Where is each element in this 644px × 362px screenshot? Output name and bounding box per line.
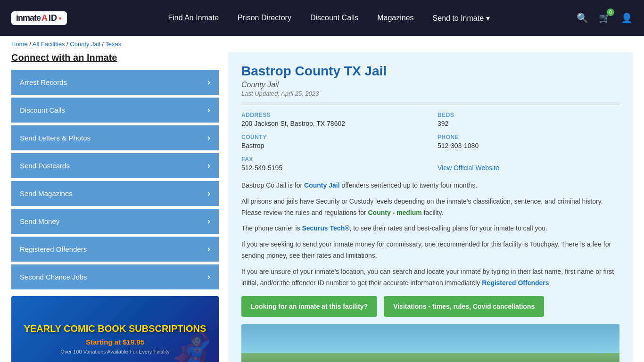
- view-official-website-link[interactable]: View Official Website: [438, 164, 499, 172]
- cart-icon[interactable]: 🛒 0: [599, 12, 611, 24]
- sidebar-btn-arrest-records[interactable]: Arrest Records ›: [11, 70, 219, 95]
- ad-banner[interactable]: Yearly Comic Book Subscriptions Starting…: [11, 296, 219, 362]
- cart-badge: 0: [607, 8, 614, 16]
- nav-prison-directory[interactable]: Prison Directory: [238, 14, 291, 23]
- phone-value: 512-303-1080: [438, 142, 619, 149]
- breadcrumb-all-facilities[interactable]: All Facilities: [33, 41, 65, 48]
- facility-detail: Bastrop County TX Jail County Jail Last …: [228, 52, 633, 362]
- nav-find-inmate[interactable]: Find An Inmate: [168, 14, 219, 23]
- description-1: Bastrop Co Jail is for County Jail offen…: [241, 180, 619, 191]
- description-2: All prisons and jails have Security or C…: [241, 196, 619, 219]
- header-actions: 🔍 🛒 0 👤: [577, 12, 633, 24]
- user-icon[interactable]: 👤: [621, 12, 633, 24]
- arrow-icon: ›: [207, 244, 210, 254]
- logo[interactable]: inmate A ID ★: [11, 11, 67, 25]
- search-icon[interactable]: 🔍: [577, 12, 588, 24]
- fax-value: 512-549-5195: [241, 164, 423, 172]
- main-layout: Connect with an Inmate Arrest Records › …: [0, 52, 644, 362]
- sidebar-btn-send-money[interactable]: Send Money ›: [11, 209, 219, 234]
- fax-block: FAX 512-549-5195: [241, 156, 423, 172]
- beds-block: BEDS 392: [438, 112, 619, 127]
- breadcrumb: Home / All Facilities / County Jail / Te…: [0, 36, 644, 52]
- phone-block: PHONE 512-303-1080: [438, 134, 619, 149]
- sidebar-btn-second-chance-jobs[interactable]: Second Chance Jobs ›: [11, 264, 219, 289]
- arrow-icon: ›: [207, 272, 210, 282]
- county-label: COUNTY: [241, 134, 423, 140]
- county-value: Bastrop: [241, 142, 423, 149]
- info-grid: ADDRESS 200 Jackson St, Bastrop, TX 7860…: [241, 105, 619, 172]
- sidebar: Connect with an Inmate Arrest Records › …: [11, 52, 219, 362]
- arrow-icon: ›: [207, 161, 210, 171]
- nav-magazines[interactable]: Magazines: [377, 14, 413, 23]
- nav-discount-calls[interactable]: Discount Calls: [310, 14, 358, 23]
- address-block: ADDRESS 200 Jackson St, Bastrop, TX 7860…: [241, 112, 423, 127]
- address-value: 200 Jackson St, Bastrop, TX 78602: [241, 120, 423, 127]
- sidebar-title: Connect with an Inmate: [11, 52, 219, 63]
- sidebar-btn-send-postcards[interactable]: Send Postcards ›: [11, 153, 219, 178]
- nav-send-to-inmate[interactable]: Send to Inmate ▾: [433, 14, 490, 23]
- county-jail-link-1[interactable]: County Jail: [304, 181, 339, 189]
- arrow-icon: ›: [207, 133, 210, 143]
- ad-price: Starting at $19.95: [86, 338, 144, 346]
- fax-label: FAX: [241, 156, 423, 163]
- county-medium-link[interactable]: County - medium: [368, 209, 421, 216]
- facility-type: County Jail: [241, 81, 619, 89]
- action-buttons: Looking for an inmate at this facility? …: [241, 296, 619, 317]
- beds-label: BEDS: [438, 112, 619, 118]
- securus-tech-link[interactable]: Securus Tech®: [302, 224, 349, 232]
- beds-value: 392: [438, 120, 619, 127]
- description-3: The phone carrier is Securus Tech®, to s…: [241, 223, 619, 234]
- facility-image: [241, 324, 619, 362]
- website-block: View Official Website: [438, 156, 619, 172]
- breadcrumb-home[interactable]: Home: [11, 41, 28, 48]
- sidebar-btn-discount-calls[interactable]: Discount Calls ›: [11, 98, 219, 123]
- facility-updated: Last Updated: April 25, 2023: [241, 90, 619, 97]
- breadcrumb-state[interactable]: Texas: [105, 41, 121, 48]
- sidebar-btn-registered-offenders[interactable]: Registered Offenders ›: [11, 237, 219, 262]
- breadcrumb-county-jail[interactable]: County Jail: [70, 41, 100, 48]
- arrow-icon: ›: [207, 77, 210, 87]
- facility-name: Bastrop County TX Jail: [241, 64, 619, 79]
- sidebar-btn-send-letters[interactable]: Send Letters & Photos ›: [11, 125, 219, 150]
- description-5: If you are unsure of your inmate's locat…: [241, 266, 619, 289]
- site-header: inmate A ID ★ Find An Inmate Prison Dire…: [0, 0, 644, 36]
- looking-for-inmate-button[interactable]: Looking for an inmate at this facility?: [241, 296, 377, 317]
- ad-hero-icon: 🦸: [162, 330, 219, 362]
- sidebar-btn-send-magazines[interactable]: Send Magazines ›: [11, 181, 219, 206]
- arrow-icon: ›: [207, 105, 210, 115]
- phone-label: PHONE: [438, 134, 619, 140]
- arrow-icon: ›: [207, 189, 210, 198]
- ad-description: Over 100 Variations Available For Every …: [60, 349, 169, 354]
- main-nav: Find An Inmate Prison Directory Discount…: [86, 14, 572, 23]
- visitations-button[interactable]: Visitations - times, rules, Covid cancel…: [384, 296, 544, 317]
- county-block: COUNTY Bastrop: [241, 134, 423, 149]
- description-4: If you are seeking to send your inmate m…: [241, 239, 619, 262]
- arrow-icon: ›: [207, 216, 210, 226]
- address-label: ADDRESS: [241, 112, 423, 118]
- registered-offenders-link[interactable]: Registered Offenders: [482, 279, 549, 287]
